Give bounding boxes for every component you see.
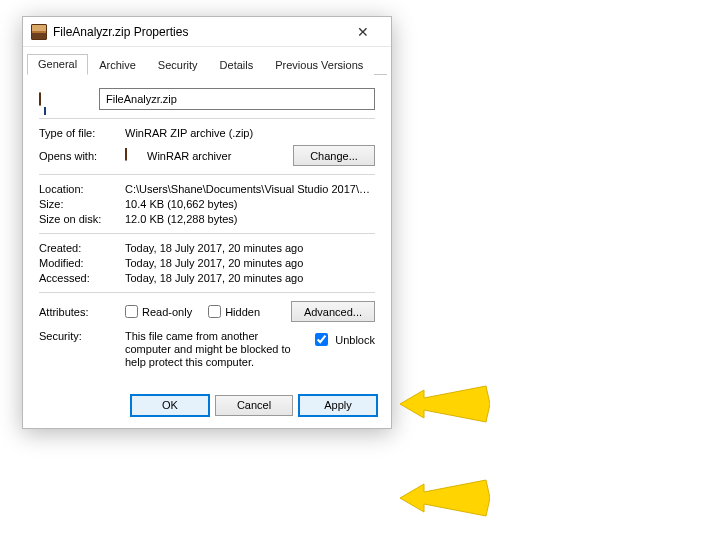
divider xyxy=(39,174,375,175)
close-button[interactable]: ✕ xyxy=(343,18,383,46)
size-on-disk-label: Size on disk: xyxy=(39,213,125,225)
location-value: C:\Users\Shane\Documents\Visual Studio 2… xyxy=(125,183,375,195)
unblock-checkbox[interactable]: Unblock xyxy=(311,330,375,349)
properties-dialog: FileAnalyzr.zip Properties ✕ General Arc… xyxy=(22,16,392,429)
winrar-icon xyxy=(125,148,141,164)
unblock-checkbox-input[interactable] xyxy=(315,333,328,346)
opens-with-label: Opens with: xyxy=(39,150,125,162)
location-label: Location: xyxy=(39,183,125,195)
tab-security[interactable]: Security xyxy=(147,55,209,75)
arrow-annotation-apply xyxy=(400,476,490,526)
hidden-label: Hidden xyxy=(225,306,260,318)
filename-input[interactable] xyxy=(99,88,375,110)
apply-button[interactable]: Apply xyxy=(299,395,377,416)
security-label: Security: xyxy=(39,330,125,342)
type-of-file-value: WinRAR ZIP archive (.zip) xyxy=(125,127,375,139)
tab-strip: General Archive Security Details Previou… xyxy=(23,47,391,74)
dialog-footer: OK Cancel Apply xyxy=(23,385,391,428)
readonly-label: Read-only xyxy=(142,306,192,318)
ok-button[interactable]: OK xyxy=(131,395,209,416)
type-of-file-label: Type of file: xyxy=(39,127,125,139)
created-label: Created: xyxy=(39,242,125,254)
unblock-label: Unblock xyxy=(335,334,375,346)
created-value: Today, 18 July 2017, 20 minutes ago xyxy=(125,242,375,254)
svg-marker-1 xyxy=(400,480,490,516)
accessed-value: Today, 18 July 2017, 20 minutes ago xyxy=(125,272,375,284)
hidden-checkbox-input[interactable] xyxy=(208,305,221,318)
hidden-checkbox[interactable]: Hidden xyxy=(208,305,260,318)
svg-marker-0 xyxy=(400,386,490,422)
general-panel: Type of file: WinRAR ZIP archive (.zip) … xyxy=(23,75,391,385)
app-icon xyxy=(31,24,47,40)
size-on-disk-value: 12.0 KB (12,288 bytes) xyxy=(125,213,375,225)
arrow-annotation-unblock xyxy=(400,382,490,432)
size-value: 10.4 KB (10,662 bytes) xyxy=(125,198,375,210)
change-button[interactable]: Change... xyxy=(293,145,375,166)
titlebar[interactable]: FileAnalyzr.zip Properties ✕ xyxy=(23,17,391,47)
attributes-label: Attributes: xyxy=(39,306,125,318)
security-text: This file came from another computer and… xyxy=(125,330,300,370)
divider xyxy=(39,292,375,293)
tab-archive[interactable]: Archive xyxy=(88,55,147,75)
tab-general[interactable]: General xyxy=(27,54,88,75)
readonly-checkbox[interactable]: Read-only xyxy=(125,305,192,318)
opens-with-value: WinRAR archiver xyxy=(147,150,231,162)
modified-label: Modified: xyxy=(39,257,125,269)
divider xyxy=(39,233,375,234)
divider xyxy=(39,118,375,119)
window-title: FileAnalyzr.zip Properties xyxy=(47,25,343,39)
readonly-checkbox-input[interactable] xyxy=(125,305,138,318)
cancel-button[interactable]: Cancel xyxy=(215,395,293,416)
file-icon xyxy=(39,93,99,105)
advanced-button[interactable]: Advanced... xyxy=(291,301,375,322)
size-label: Size: xyxy=(39,198,125,210)
tab-details[interactable]: Details xyxy=(209,55,265,75)
tab-previous-versions[interactable]: Previous Versions xyxy=(264,55,374,75)
accessed-label: Accessed: xyxy=(39,272,125,284)
modified-value: Today, 18 July 2017, 20 minutes ago xyxy=(125,257,375,269)
